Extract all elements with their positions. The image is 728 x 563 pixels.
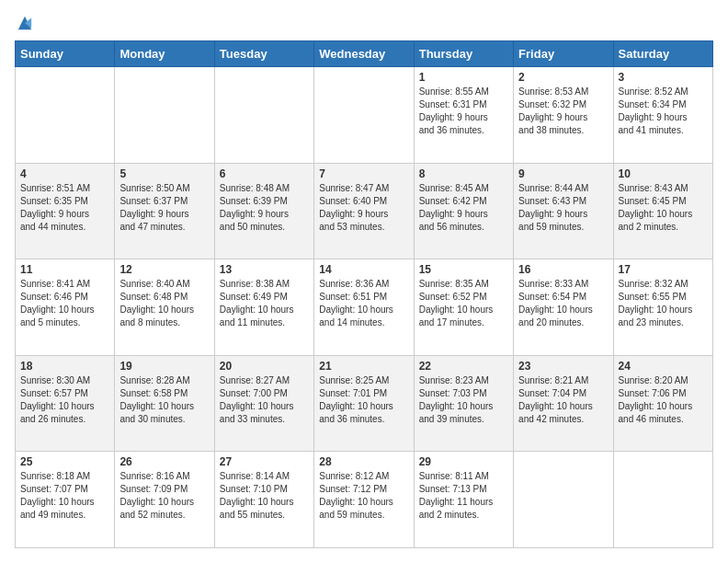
day-number: 5	[119, 167, 209, 180]
calendar-cell	[214, 67, 313, 164]
day-info: Sunrise: 8:30 AMSunset: 6:57 PMDaylight:…	[20, 374, 109, 426]
calendar-cell: 24Sunrise: 8:20 AMSunset: 7:06 PMDayligh…	[613, 355, 712, 452]
weekday-saturday: Saturday	[613, 41, 712, 67]
day-number: 24	[619, 360, 708, 373]
page: SundayMondayTuesdayWednesdayThursdayFrid…	[0, 0, 728, 563]
day-info: Sunrise: 8:28 AMSunset: 6:58 PMDaylight:…	[119, 374, 209, 426]
day-number: 25	[20, 455, 109, 468]
calendar-cell: 2Sunrise: 8:53 AMSunset: 6:32 PMDaylight…	[514, 67, 613, 164]
day-info: Sunrise: 8:25 AMSunset: 7:01 PMDaylight:…	[319, 374, 408, 426]
calendar-cell: 7Sunrise: 8:47 AMSunset: 6:40 PMDaylight…	[314, 163, 414, 259]
calendar-cell: 13Sunrise: 8:38 AMSunset: 6:49 PMDayligh…	[214, 259, 313, 356]
day-number: 16	[518, 263, 608, 276]
calendar-cell: 1Sunrise: 8:55 AMSunset: 6:31 PMDaylight…	[414, 67, 513, 164]
calendar-cell: 19Sunrise: 8:28 AMSunset: 6:58 PMDayligh…	[115, 355, 214, 452]
calendar-cell: 25Sunrise: 8:18 AMSunset: 7:07 PMDayligh…	[16, 452, 115, 548]
day-number: 27	[220, 455, 309, 468]
calendar-row-1: 4Sunrise: 8:51 AMSunset: 6:35 PMDaylight…	[16, 163, 713, 259]
calendar-cell: 14Sunrise: 8:36 AMSunset: 6:51 PMDayligh…	[314, 259, 414, 356]
day-number: 15	[419, 263, 508, 276]
day-number: 13	[220, 263, 309, 276]
day-number: 9	[518, 167, 608, 180]
day-info: Sunrise: 8:44 AMSunset: 6:43 PMDaylight:…	[518, 182, 608, 234]
calendar-cell: 28Sunrise: 8:12 AMSunset: 7:12 PMDayligh…	[314, 452, 414, 548]
calendar-cell: 29Sunrise: 8:11 AMSunset: 7:13 PMDayligh…	[414, 452, 513, 548]
weekday-sunday: Sunday	[16, 41, 115, 67]
calendar-cell: 6Sunrise: 8:48 AMSunset: 6:39 PMDaylight…	[214, 163, 313, 259]
calendar-cell: 4Sunrise: 8:51 AMSunset: 6:35 PMDaylight…	[16, 163, 115, 259]
day-info: Sunrise: 8:32 AMSunset: 6:55 PMDaylight:…	[619, 278, 708, 329]
calendar-cell	[16, 67, 115, 164]
calendar-row-4: 25Sunrise: 8:18 AMSunset: 7:07 PMDayligh…	[16, 452, 713, 548]
day-info: Sunrise: 8:53 AMSunset: 6:32 PMDaylight:…	[518, 86, 608, 137]
day-info: Sunrise: 8:16 AMSunset: 7:09 PMDaylight:…	[119, 470, 209, 522]
weekday-thursday: Thursday	[414, 41, 513, 67]
weekday-tuesday: Tuesday	[214, 41, 313, 67]
calendar-cell: 23Sunrise: 8:21 AMSunset: 7:04 PMDayligh…	[514, 355, 613, 452]
calendar-cell	[514, 452, 613, 548]
day-info: Sunrise: 8:23 AMSunset: 7:03 PMDaylight:…	[419, 374, 508, 426]
day-info: Sunrise: 8:40 AMSunset: 6:48 PMDaylight:…	[119, 278, 209, 329]
day-number: 29	[419, 455, 508, 468]
day-number: 12	[119, 263, 209, 276]
day-number: 7	[319, 167, 408, 180]
day-number: 20	[220, 360, 309, 373]
calendar-cell: 21Sunrise: 8:25 AMSunset: 7:01 PMDayligh…	[314, 355, 414, 452]
calendar-cell	[613, 452, 712, 548]
day-info: Sunrise: 8:21 AMSunset: 7:04 PMDaylight:…	[518, 374, 608, 426]
calendar-cell: 9Sunrise: 8:44 AMSunset: 6:43 PMDaylight…	[514, 163, 613, 259]
day-number: 3	[619, 71, 708, 84]
day-number: 4	[20, 167, 109, 180]
calendar-cell: 8Sunrise: 8:45 AMSunset: 6:42 PMDaylight…	[414, 163, 513, 259]
day-info: Sunrise: 8:18 AMSunset: 7:07 PMDaylight:…	[20, 470, 109, 522]
day-info: Sunrise: 8:50 AMSunset: 6:37 PMDaylight:…	[119, 182, 209, 234]
day-info: Sunrise: 8:51 AMSunset: 6:35 PMDaylight:…	[20, 182, 109, 234]
day-number: 2	[518, 71, 608, 84]
calendar-cell: 22Sunrise: 8:23 AMSunset: 7:03 PMDayligh…	[414, 355, 513, 452]
day-number: 19	[119, 360, 209, 373]
day-number: 14	[319, 263, 408, 276]
calendar-cell: 15Sunrise: 8:35 AMSunset: 6:52 PMDayligh…	[414, 259, 513, 356]
calendar-cell: 17Sunrise: 8:32 AMSunset: 6:55 PMDayligh…	[613, 259, 712, 356]
day-info: Sunrise: 8:33 AMSunset: 6:54 PMDaylight:…	[518, 278, 608, 329]
calendar-cell: 20Sunrise: 8:27 AMSunset: 7:00 PMDayligh…	[214, 355, 313, 452]
day-info: Sunrise: 8:48 AMSunset: 6:39 PMDaylight:…	[220, 182, 309, 234]
logo	[15, 15, 33, 31]
day-info: Sunrise: 8:38 AMSunset: 6:49 PMDaylight:…	[220, 278, 309, 329]
calendar-cell	[314, 67, 414, 164]
day-number: 26	[119, 455, 209, 468]
weekday-header-row: SundayMondayTuesdayWednesdayThursdayFrid…	[16, 41, 713, 67]
day-info: Sunrise: 8:36 AMSunset: 6:51 PMDaylight:…	[319, 278, 408, 329]
calendar-cell: 3Sunrise: 8:52 AMSunset: 6:34 PMDaylight…	[613, 67, 712, 164]
day-info: Sunrise: 8:55 AMSunset: 6:31 PMDaylight:…	[419, 86, 508, 137]
day-number: 21	[319, 360, 408, 373]
day-number: 28	[319, 455, 408, 468]
day-info: Sunrise: 8:43 AMSunset: 6:45 PMDaylight:…	[619, 182, 708, 234]
day-info: Sunrise: 8:52 AMSunset: 6:34 PMDaylight:…	[619, 86, 708, 137]
calendar-cell: 18Sunrise: 8:30 AMSunset: 6:57 PMDayligh…	[16, 355, 115, 452]
logo-icon	[17, 15, 33, 31]
header	[15, 15, 713, 31]
day-number: 11	[20, 263, 109, 276]
day-number: 6	[220, 167, 309, 180]
day-number: 23	[518, 360, 608, 373]
weekday-wednesday: Wednesday	[314, 41, 414, 67]
calendar-cell: 11Sunrise: 8:41 AMSunset: 6:46 PMDayligh…	[16, 259, 115, 356]
calendar-table: SundayMondayTuesdayWednesdayThursdayFrid…	[15, 40, 713, 548]
calendar-row-3: 18Sunrise: 8:30 AMSunset: 6:57 PMDayligh…	[16, 355, 713, 452]
calendar-row-0: 1Sunrise: 8:55 AMSunset: 6:31 PMDaylight…	[16, 67, 713, 164]
weekday-monday: Monday	[115, 41, 214, 67]
day-info: Sunrise: 8:12 AMSunset: 7:12 PMDaylight:…	[319, 470, 408, 522]
day-info: Sunrise: 8:11 AMSunset: 7:13 PMDaylight:…	[419, 470, 508, 522]
calendar-cell: 10Sunrise: 8:43 AMSunset: 6:45 PMDayligh…	[613, 163, 712, 259]
calendar-cell: 26Sunrise: 8:16 AMSunset: 7:09 PMDayligh…	[115, 452, 214, 548]
day-number: 8	[419, 167, 508, 180]
day-info: Sunrise: 8:41 AMSunset: 6:46 PMDaylight:…	[20, 278, 109, 329]
calendar-row-2: 11Sunrise: 8:41 AMSunset: 6:46 PMDayligh…	[16, 259, 713, 356]
day-number: 17	[619, 263, 708, 276]
day-number: 22	[419, 360, 508, 373]
day-number: 1	[419, 71, 508, 84]
day-number: 10	[619, 167, 708, 180]
day-number: 18	[20, 360, 109, 373]
day-info: Sunrise: 8:14 AMSunset: 7:10 PMDaylight:…	[220, 470, 309, 522]
